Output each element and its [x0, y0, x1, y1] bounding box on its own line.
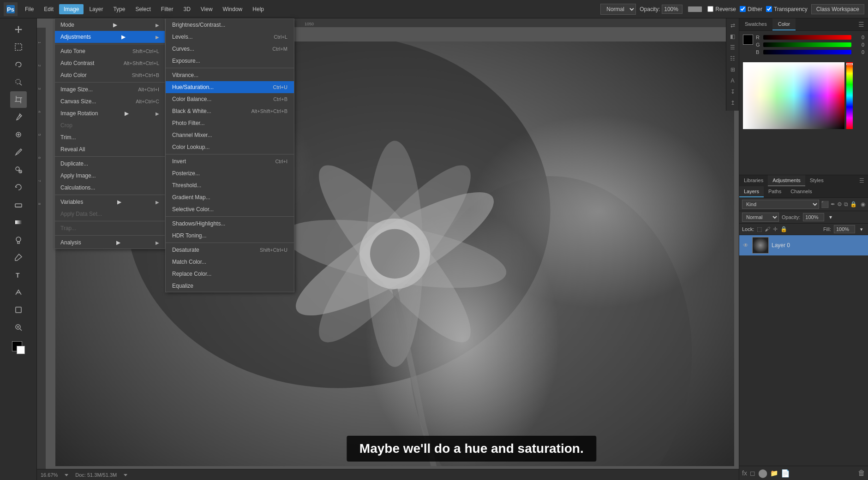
- tool-eyedropper[interactable]: [10, 109, 27, 125]
- tool-dodge[interactable]: [10, 231, 27, 248]
- menu-type[interactable]: Type: [108, 4, 130, 14]
- menu-window[interactable]: Window: [218, 4, 247, 14]
- adj-replace-color[interactable]: Replace Color...: [166, 268, 294, 280]
- transparency-checkbox[interactable]: Transparency: [766, 6, 808, 12]
- adj-brightness-contrast[interactable]: Brightness/Contrast...: [166, 19, 294, 31]
- kind-filter-toggle[interactable]: ◉: [861, 201, 865, 207]
- adj-hdr-toning[interactable]: HDR Toning...: [166, 230, 294, 242]
- right-icon-1[interactable]: ⇄: [728, 20, 738, 30]
- menu-item-adjustments[interactable]: Adjustments ▶: [55, 31, 165, 43]
- lock-image-icon[interactable]: 🖌: [765, 226, 770, 232]
- menu-item-analysis[interactable]: Analysis ▶: [55, 237, 165, 249]
- panel-menu-icon[interactable]: ☰: [855, 18, 868, 30]
- adj-photo-filter[interactable]: Photo Filter...: [166, 117, 294, 129]
- menu-item-auto-color[interactable]: Auto Color Shift+Ctrl+B: [55, 69, 165, 81]
- right-icon-5[interactable]: ⊞: [728, 65, 738, 75]
- adj-channel-mixer[interactable]: Channel Mixer...: [166, 129, 294, 141]
- kind-filter-icon4[interactable]: ⧉: [844, 201, 848, 207]
- menu-item-auto-contrast[interactable]: Auto Contrast Alt+Shift+Ctrl+L: [55, 57, 165, 69]
- green-slider[interactable]: [763, 42, 851, 47]
- tool-type[interactable]: T: [10, 267, 27, 283]
- adj-color-lookup[interactable]: Color Lookup...: [166, 141, 294, 153]
- menu-select[interactable]: Select: [131, 4, 155, 14]
- kind-filter-icon1[interactable]: ⬛: [821, 201, 829, 208]
- adj-black-white[interactable]: Black & White... Alt+Shift+Ctrl+B: [166, 105, 294, 117]
- menu-item-reveal-all[interactable]: Reveal All: [55, 143, 165, 155]
- layer-mask-icon[interactable]: ◻: [750, 469, 755, 477]
- tool-brush[interactable]: [10, 144, 27, 160]
- tab-styles[interactable]: Styles: [805, 175, 828, 186]
- layer-delete-icon[interactable]: 🗑: [858, 469, 865, 477]
- adj-color-balance[interactable]: Color Balance... Ctrl+B: [166, 93, 294, 105]
- tool-gradient[interactable]: [10, 214, 27, 231]
- transparency-check[interactable]: [766, 6, 772, 12]
- tool-spot-heal[interactable]: [10, 126, 27, 143]
- kind-select[interactable]: Kind: [742, 200, 819, 209]
- kind-filter-icon2[interactable]: ✒: [831, 201, 835, 207]
- tool-history-brush[interactable]: [10, 179, 27, 196]
- opacity-slider[interactable]: [688, 6, 702, 12]
- reverse-checkbox[interactable]: Reverse: [707, 6, 736, 12]
- dither-checkbox[interactable]: Dither: [740, 6, 762, 12]
- menu-3d[interactable]: 3D: [179, 4, 195, 14]
- menu-item-calculations[interactable]: Calculations...: [55, 182, 165, 194]
- tab-layers[interactable]: Layers: [739, 186, 764, 197]
- right-icon-3[interactable]: ☰: [728, 42, 738, 53]
- opacity-dropdown-btn[interactable]: ▾: [827, 213, 834, 221]
- right-icon-4[interactable]: ☷: [728, 53, 738, 64]
- tool-move[interactable]: [10, 21, 27, 38]
- color-spectrum[interactable]: [743, 62, 844, 129]
- tool-zoom[interactable]: [10, 319, 27, 336]
- dither-check[interactable]: [740, 6, 746, 12]
- right-icon-7[interactable]: ↧: [728, 87, 738, 97]
- layer-item-0[interactable]: 👁 Layer 0: [739, 235, 868, 255]
- menu-filter[interactable]: Filter: [156, 4, 178, 14]
- tool-path-select[interactable]: [10, 284, 27, 301]
- adj-threshold[interactable]: Threshold...: [166, 179, 294, 191]
- blend-mode-select[interactable]: Normal: [742, 213, 779, 222]
- layers-panel-menu[interactable]: ☰: [856, 175, 868, 186]
- tool-pen[interactable]: [10, 249, 27, 266]
- reverse-check[interactable]: [707, 6, 713, 12]
- menu-item-canvas-size[interactable]: Canvas Size... Alt+Ctrl+C: [55, 95, 165, 107]
- layer-add-icon[interactable]: 📄: [781, 469, 790, 478]
- tab-channels[interactable]: Channels: [786, 186, 816, 197]
- lock-all-icon[interactable]: 🔒: [780, 226, 787, 232]
- adj-hue-saturation[interactable]: Hue/Saturation... Ctrl+U: [166, 81, 294, 93]
- tab-swatches[interactable]: Swatches: [739, 18, 772, 30]
- tool-marquee[interactable]: [10, 39, 27, 55]
- red-slider[interactable]: [763, 35, 851, 40]
- menu-help[interactable]: Help: [248, 4, 269, 14]
- menu-item-variables[interactable]: Variables ▶: [55, 196, 165, 208]
- tab-libraries[interactable]: Libraries: [739, 175, 768, 186]
- layer-adjustment-icon[interactable]: ⬤: [758, 468, 767, 478]
- foreground-swatch[interactable]: [743, 35, 753, 45]
- right-icon-6[interactable]: A: [728, 76, 738, 86]
- menu-layer[interactable]: Layer: [84, 4, 108, 14]
- tab-adjustments[interactable]: Adjustments: [768, 175, 805, 186]
- menu-item-image-rotation[interactable]: Image Rotation ▶: [55, 107, 165, 119]
- adj-selective-color[interactable]: Selective Color...: [166, 203, 294, 215]
- blue-slider[interactable]: [763, 50, 851, 54]
- adj-match-color[interactable]: Match Color...: [166, 256, 294, 268]
- tool-lasso[interactable]: [10, 56, 27, 73]
- menu-item-duplicate[interactable]: Duplicate...: [55, 158, 165, 170]
- background-color[interactable]: [17, 346, 25, 354]
- workspace-button[interactable]: Class Workspace: [811, 4, 864, 14]
- menu-view[interactable]: View: [196, 4, 217, 14]
- adj-desaturate[interactable]: Desaturate Shift+Ctrl+U: [166, 244, 294, 256]
- menu-image[interactable]: Image: [59, 4, 84, 14]
- adj-exposure[interactable]: Exposure...: [166, 55, 294, 67]
- opacity-input[interactable]: [662, 5, 682, 14]
- adj-posterize[interactable]: Posterize...: [166, 167, 294, 179]
- adj-shadows-highlights[interactable]: Shadows/Highlights...: [166, 218, 294, 230]
- adj-curves[interactable]: Curves... Ctrl+M: [166, 43, 294, 55]
- tool-eraser[interactable]: [10, 196, 27, 213]
- menu-edit[interactable]: Edit: [39, 4, 58, 14]
- tool-clone[interactable]: [10, 161, 27, 178]
- fill-input[interactable]: [834, 225, 855, 233]
- menu-item-mode[interactable]: Mode ▶: [55, 19, 165, 31]
- menu-item-trim[interactable]: Trim...: [55, 131, 165, 143]
- menu-item-apply-image[interactable]: Apply Image...: [55, 170, 165, 182]
- layer-visibility-icon[interactable]: 👁: [742, 242, 749, 249]
